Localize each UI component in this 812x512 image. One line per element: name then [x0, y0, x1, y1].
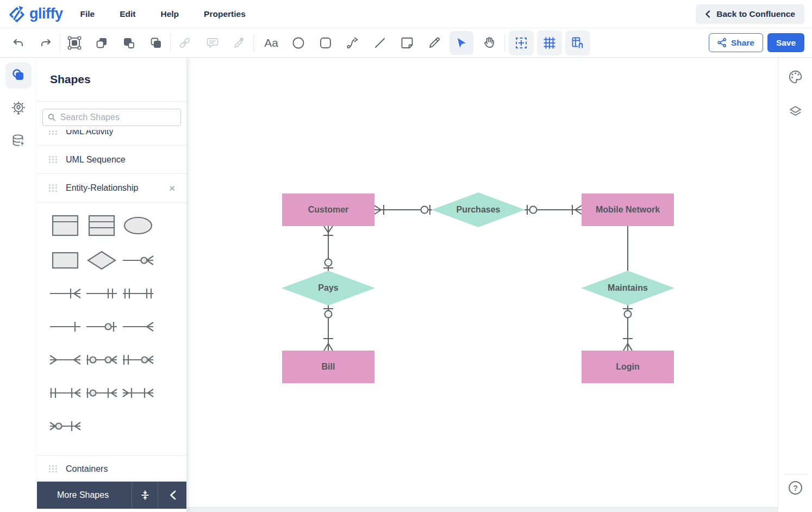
- relationship-maintains[interactable]: Maintains: [581, 271, 674, 305]
- line-one-icon[interactable]: [49, 310, 82, 343]
- line-tool[interactable]: [366, 31, 393, 55]
- gliffy-logo[interactable]: gliffy: [8, 4, 63, 24]
- menu-help[interactable]: Help: [160, 9, 179, 19]
- panel-title: Shapes: [50, 73, 91, 86]
- snap-to-shapes-toggle[interactable]: [565, 30, 590, 55]
- menu-properties[interactable]: Properties: [204, 9, 246, 19]
- toolbar-separator: [60, 34, 60, 52]
- toolbar-separator: [170, 34, 171, 52]
- snap-to-grid-toggle[interactable]: [509, 30, 534, 55]
- category-entity-relationship[interactable]: Entity-Relationship ✕: [37, 174, 186, 202]
- category-containers[interactable]: Containers: [37, 456, 186, 482]
- text-tool[interactable]: Aa: [258, 31, 285, 55]
- theme-button[interactable]: [778, 66, 812, 88]
- drag-handle-icon[interactable]: [48, 155, 58, 164]
- link-button[interactable]: [171, 31, 198, 55]
- settings-rail-button[interactable]: [5, 95, 32, 121]
- more-shapes-button[interactable]: More Shapes: [37, 482, 132, 509]
- shape-entity-icon[interactable]: [51, 208, 79, 243]
- show-grid-toggle[interactable]: [537, 30, 562, 55]
- drag-handle-icon[interactable]: [48, 184, 58, 192]
- save-button[interactable]: Save: [767, 33, 804, 52]
- search-shapes-input[interactable]: [60, 113, 176, 122]
- menu-file[interactable]: File: [80, 9, 95, 19]
- help-button[interactable]: ?: [778, 477, 812, 498]
- relationship-pays[interactable]: Pays: [282, 271, 375, 305]
- share-button[interactable]: Share: [709, 33, 763, 52]
- shapes-rail-button[interactable]: [5, 63, 32, 89]
- merge-shapes-button[interactable]: [115, 31, 142, 55]
- relationship-purchases[interactable]: Purchases: [432, 192, 525, 227]
- er-diagram: Customer Mobile Network Bill Login Purch…: [186, 58, 778, 508]
- chevron-left-icon: [169, 490, 176, 500]
- panel-divider: [37, 202, 186, 203]
- left-rail: [0, 58, 37, 512]
- close-category-icon[interactable]: ✕: [168, 184, 176, 192]
- collapse-panel-button[interactable]: [158, 482, 186, 509]
- redo-button[interactable]: [32, 31, 59, 55]
- entity-bill[interactable]: Bill: [282, 351, 374, 383]
- gliffy-logo-icon: [8, 4, 27, 24]
- ellipse-tool[interactable]: [285, 31, 312, 55]
- rectangle-tool[interactable]: [312, 31, 339, 55]
- line-many-to-many-icon[interactable]: [49, 343, 82, 376]
- line-one-to-zero-many-icon[interactable]: [122, 343, 154, 376]
- theme-palette-icon: [788, 70, 803, 84]
- line-zero-one-to-one-many-icon[interactable]: [85, 376, 118, 409]
- shape-entity-with-attributes-icon[interactable]: [88, 208, 116, 243]
- comment-button[interactable]: [198, 31, 226, 55]
- entity-customer[interactable]: Customer: [282, 193, 374, 226]
- line-one-or-many-icon[interactable]: [49, 277, 82, 310]
- svg-text:?: ?: [793, 483, 798, 492]
- data-rail-button[interactable]: [5, 128, 32, 154]
- draw-tool[interactable]: [421, 31, 448, 55]
- shape-relationship-diamond-icon[interactable]: [86, 243, 117, 277]
- line-exactly-one-icon[interactable]: [85, 277, 118, 310]
- menu-edit[interactable]: Edit: [120, 9, 135, 19]
- right-rail: ?: [778, 58, 812, 512]
- entity-login[interactable]: Login: [582, 351, 674, 383]
- shape-library-tool[interactable]: [393, 31, 421, 55]
- collapse-vertical-button[interactable]: [132, 482, 158, 509]
- shapes-panel: Shapes UML Activity UML Sequence Entity-…: [37, 58, 186, 512]
- help-icon: ?: [788, 480, 803, 496]
- settings-idea-icon: [11, 101, 26, 116]
- category-uml-sequence[interactable]: UML Sequence: [37, 146, 186, 174]
- pointer-tool[interactable]: [449, 31, 473, 55]
- connectors: [186, 58, 778, 508]
- eyedropper-button[interactable]: [226, 31, 253, 55]
- more-shapes-bar: More Shapes: [37, 482, 186, 509]
- shapes-icon: [10, 67, 27, 84]
- layers-icon: [788, 104, 803, 119]
- line-zero-many-to-one-many-icon[interactable]: [49, 409, 82, 442]
- send-backward-button[interactable]: [142, 31, 170, 55]
- line-zero-or-many-icon[interactable]: [122, 243, 154, 277]
- drag-handle-icon[interactable]: [48, 465, 58, 473]
- line-zero-or-one-icon[interactable]: [85, 310, 118, 343]
- layers-button[interactable]: [778, 101, 812, 122]
- line-zero-many-to-zero-many-icon[interactable]: [85, 343, 118, 376]
- back-to-confluence-button[interactable]: Back to Confluence: [696, 4, 804, 24]
- shape-categories: UML Activity UML Sequence Entity-Relatio…: [37, 117, 186, 203]
- line-many-one-to-one-many-icon[interactable]: [122, 376, 154, 409]
- shape-associative-entity-icon[interactable]: [51, 243, 79, 277]
- undo-button[interactable]: [5, 31, 32, 55]
- pan-tool[interactable]: [475, 31, 502, 55]
- toolbar-separator: [504, 34, 505, 52]
- select-group-button[interactable]: [61, 31, 88, 55]
- shape-grid: [47, 208, 161, 442]
- bring-forward-button[interactable]: [88, 31, 115, 55]
- toolbar: Aa Share Save: [0, 28, 812, 58]
- line-one-to-one-many-icon[interactable]: [49, 376, 82, 409]
- search-box[interactable]: [42, 109, 181, 126]
- line-many-icon[interactable]: [122, 310, 154, 343]
- logo-text: gliffy: [29, 5, 63, 22]
- connector-tool[interactable]: [339, 31, 366, 55]
- right-rail-divider: [784, 474, 809, 474]
- chevron-left-icon: [705, 10, 710, 18]
- line-one-to-one-icon[interactable]: [122, 277, 154, 310]
- search-wrap: [37, 102, 186, 130]
- entity-mobile-network[interactable]: Mobile Network: [582, 193, 674, 226]
- shape-attribute-ellipse-icon[interactable]: [123, 208, 153, 243]
- menus: File Edit Help Properties: [80, 9, 246, 19]
